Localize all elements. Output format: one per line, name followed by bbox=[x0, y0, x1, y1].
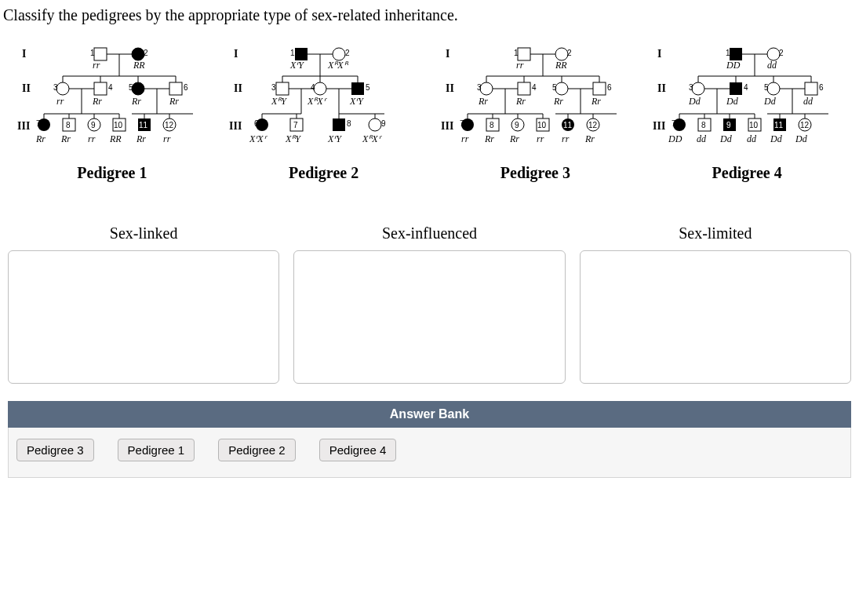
svg-text:7: 7 bbox=[293, 121, 298, 129]
svg-text:XᴿY: XᴿY bbox=[271, 96, 287, 107]
chip-pedigree-3[interactable]: Pedigree 3 bbox=[16, 439, 94, 461]
svg-text:RR: RR bbox=[555, 60, 567, 71]
svg-text:RR: RR bbox=[109, 133, 122, 144]
svg-text:RR: RR bbox=[133, 60, 145, 71]
svg-text:2: 2 bbox=[567, 49, 572, 57]
pedigree-2-diagram: I 1 2 XʳY XᴿXᴿ II 3 4 5 XᴿY XᴿXʳ XʳY III… bbox=[227, 42, 420, 159]
svg-point-181 bbox=[767, 82, 780, 95]
svg-text:Dd: Dd bbox=[770, 133, 783, 144]
drop-zone-sex-limited[interactable] bbox=[580, 250, 851, 384]
svg-text:II: II bbox=[657, 82, 666, 94]
svg-point-107 bbox=[555, 48, 568, 60]
svg-text:rr: rr bbox=[562, 133, 570, 144]
pedigrees-row: I 1 2 rr RR II 3 4 5 6 rr Rr Rr Rr III 7… bbox=[0, 34, 859, 185]
svg-text:rr: rr bbox=[88, 133, 96, 144]
svg-text:I: I bbox=[234, 48, 238, 60]
svg-text:11: 11 bbox=[139, 121, 148, 129]
svg-text:3: 3 bbox=[689, 83, 693, 92]
svg-text:5: 5 bbox=[764, 83, 769, 92]
svg-text:Rr: Rr bbox=[35, 133, 45, 144]
svg-text:dd: dd bbox=[803, 96, 814, 107]
svg-text:Dd: Dd bbox=[795, 133, 808, 144]
svg-text:rr: rr bbox=[537, 133, 544, 144]
svg-text:6: 6 bbox=[607, 83, 612, 92]
svg-text:3: 3 bbox=[53, 83, 58, 92]
svg-text:9: 9 bbox=[515, 121, 519, 129]
svg-text:Rr: Rr bbox=[92, 96, 102, 107]
svg-text:XᴿY: XᴿY bbox=[285, 133, 301, 144]
svg-text:II: II bbox=[22, 82, 31, 94]
drop-label-sex-influenced: Sex-influenced bbox=[382, 224, 477, 250]
svg-text:1: 1 bbox=[514, 49, 519, 57]
drop-label-sex-limited: Sex-limited bbox=[679, 224, 752, 250]
svg-text:III: III bbox=[17, 120, 30, 132]
answer-bank-body: Pedigree 3 Pedigree 1 Pedigree 2 Pedigre… bbox=[8, 428, 851, 478]
chip-pedigree-4[interactable]: Pedigree 4 bbox=[319, 439, 397, 461]
pedigree-3-caption: Pedigree 3 bbox=[500, 164, 570, 182]
svg-text:Rr: Rr bbox=[509, 133, 519, 144]
drop-col-sex-limited: Sex-limited bbox=[580, 224, 851, 384]
pedigree-4-caption: Pedigree 4 bbox=[712, 164, 782, 182]
drop-zone-sex-influenced[interactable] bbox=[293, 250, 565, 384]
svg-text:I: I bbox=[446, 48, 450, 60]
svg-rect-59 bbox=[295, 48, 308, 60]
svg-point-165 bbox=[767, 48, 780, 60]
svg-text:Rr: Rr bbox=[515, 96, 526, 107]
svg-text:Rr: Rr bbox=[169, 96, 179, 107]
pedigree-3: I 1 2 rr RR II 3 4 5 6 Rr Rr Rr Rr III 7… bbox=[430, 42, 642, 182]
svg-text:8: 8 bbox=[701, 121, 706, 129]
svg-text:11: 11 bbox=[774, 121, 784, 129]
svg-text:rr: rr bbox=[56, 96, 64, 107]
svg-text:12: 12 bbox=[588, 121, 598, 129]
chip-pedigree-1[interactable]: Pedigree 1 bbox=[118, 439, 195, 461]
svg-text:DD: DD bbox=[668, 133, 682, 144]
svg-text:Rr: Rr bbox=[553, 96, 563, 107]
svg-text:8: 8 bbox=[347, 119, 351, 128]
svg-point-177 bbox=[692, 82, 704, 95]
svg-text:2: 2 bbox=[144, 49, 148, 57]
svg-point-15 bbox=[56, 82, 69, 95]
svg-text:Rr: Rr bbox=[60, 133, 71, 144]
answer-bank-header: Answer Bank bbox=[8, 401, 851, 428]
svg-text:2: 2 bbox=[345, 49, 350, 57]
svg-rect-92 bbox=[333, 118, 345, 131]
svg-text:7: 7 bbox=[36, 119, 41, 128]
svg-text:9: 9 bbox=[726, 121, 731, 129]
svg-rect-17 bbox=[94, 82, 107, 95]
svg-rect-105 bbox=[518, 48, 530, 60]
svg-text:6: 6 bbox=[184, 83, 188, 92]
svg-text:5: 5 bbox=[366, 83, 370, 92]
pedigree-4-diagram: I 1 2 DD dd II 3 4 5 6 Dd Dd Dd dd III 7… bbox=[651, 42, 843, 159]
svg-text:7: 7 bbox=[672, 119, 676, 128]
svg-text:3: 3 bbox=[271, 83, 276, 92]
svg-text:Rr: Rr bbox=[591, 96, 601, 107]
pedigree-1: I 1 2 rr RR II 3 4 5 6 rr Rr Rr Rr III 7… bbox=[6, 42, 218, 182]
svg-text:XᴿXʳ: XᴿXʳ bbox=[362, 133, 383, 144]
svg-text:XʳXʳ: XʳXʳ bbox=[249, 133, 268, 144]
pedigree-3-diagram: I 1 2 rr RR II 3 4 5 6 Rr Rr Rr Rr III 7… bbox=[439, 42, 632, 159]
svg-text:dd: dd bbox=[747, 133, 757, 144]
svg-point-119 bbox=[480, 82, 493, 95]
svg-rect-183 bbox=[805, 82, 817, 95]
svg-text:12: 12 bbox=[165, 121, 174, 129]
svg-text:DD: DD bbox=[726, 60, 741, 71]
svg-text:XʳY: XʳY bbox=[327, 133, 342, 144]
svg-text:4: 4 bbox=[108, 83, 113, 92]
svg-text:4: 4 bbox=[311, 83, 315, 92]
svg-point-123 bbox=[555, 82, 568, 95]
svg-text:III: III bbox=[441, 120, 453, 132]
pedigree-2: I 1 2 XʳY XᴿXᴿ II 3 4 5 XᴿY XᴿXʳ XʳY III… bbox=[218, 42, 430, 182]
svg-text:Rr: Rr bbox=[478, 96, 488, 107]
svg-point-19 bbox=[132, 82, 144, 95]
svg-text:1: 1 bbox=[290, 49, 295, 57]
svg-text:III: III bbox=[653, 120, 665, 132]
svg-text:rr: rr bbox=[516, 60, 524, 71]
svg-text:Rr: Rr bbox=[584, 133, 595, 144]
svg-rect-125 bbox=[593, 82, 606, 95]
svg-text:5: 5 bbox=[129, 83, 133, 92]
drop-col-sex-linked: Sex-linked bbox=[8, 224, 279, 384]
svg-text:10: 10 bbox=[114, 121, 123, 129]
drop-zone-sex-linked[interactable] bbox=[8, 250, 279, 384]
chip-pedigree-2[interactable]: Pedigree 2 bbox=[218, 439, 296, 461]
svg-text:II: II bbox=[446, 82, 454, 94]
